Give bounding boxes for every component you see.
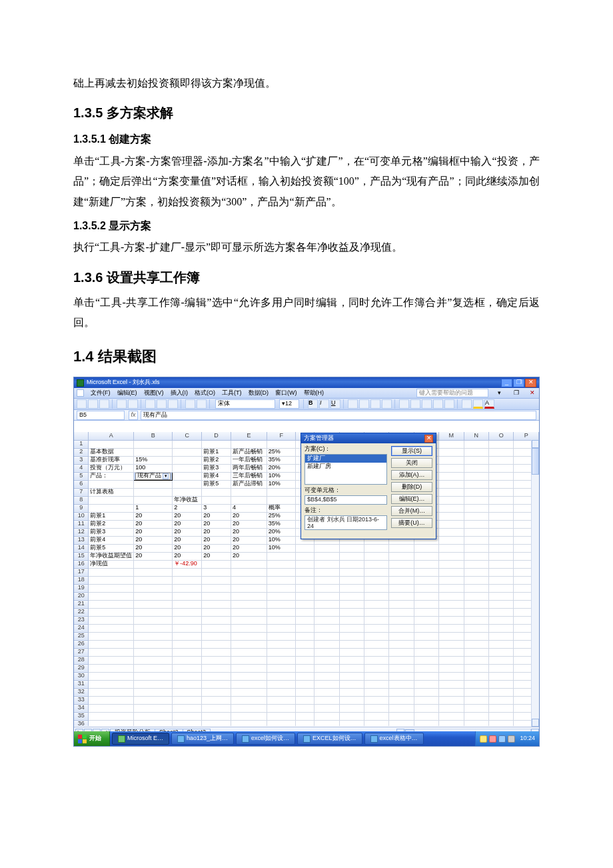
- cell-E13[interactable]: 20: [231, 536, 267, 544]
- cell-N16[interactable]: [464, 560, 488, 568]
- cell-D16[interactable]: [202, 560, 231, 568]
- cell-I14[interactable]: [339, 544, 364, 552]
- cell-F27[interactable]: [267, 648, 296, 656]
- cell-D27[interactable]: [202, 648, 231, 656]
- col-header-O[interactable]: O: [489, 432, 514, 440]
- cell-C3[interactable]: [173, 456, 202, 464]
- cell-D6[interactable]: 前景5: [202, 480, 231, 488]
- cell-G34[interactable]: [296, 704, 314, 712]
- cell-M34[interactable]: [439, 704, 464, 712]
- cell-E14[interactable]: 20: [231, 544, 267, 552]
- cell-D22[interactable]: [202, 608, 231, 616]
- cell-E33[interactable]: [231, 696, 267, 704]
- cell-K29[interactable]: [389, 664, 414, 672]
- cell-O36[interactable]: [489, 720, 514, 726]
- chevron-down-icon[interactable]: ▾: [163, 473, 169, 479]
- cell-C36[interactable]: [173, 720, 202, 726]
- cell-D9[interactable]: 3: [202, 504, 231, 512]
- cell-D19[interactable]: [202, 584, 231, 592]
- cell-F5[interactable]: 10%: [267, 472, 296, 480]
- cell-H33[interactable]: [314, 696, 339, 704]
- cell-N1[interactable]: [464, 440, 488, 448]
- cell-O33[interactable]: [489, 696, 514, 704]
- cell-O4[interactable]: [489, 464, 514, 472]
- cell-I17[interactable]: [339, 568, 364, 576]
- cell-B21[interactable]: [134, 600, 173, 608]
- cell-D26[interactable]: [202, 640, 231, 648]
- menu-edit[interactable]: 编辑(E): [117, 390, 137, 397]
- start-button[interactable]: 开始: [74, 731, 110, 746]
- cell-L28[interactable]: [414, 656, 438, 664]
- cell-F14[interactable]: 10%: [267, 544, 296, 552]
- cell-K17[interactable]: [389, 568, 414, 576]
- cell-B14[interactable]: 20: [134, 544, 173, 552]
- cell-N30[interactable]: [464, 672, 488, 680]
- cell-L21[interactable]: [414, 600, 438, 608]
- cell-F24[interactable]: [267, 624, 296, 632]
- cell-M32[interactable]: [439, 688, 464, 696]
- cell-N24[interactable]: [464, 624, 488, 632]
- cell-M20[interactable]: [439, 592, 464, 600]
- cell-D33[interactable]: [202, 696, 231, 704]
- cell-E29[interactable]: [231, 664, 267, 672]
- row-header-28[interactable]: 28: [74, 656, 89, 664]
- cell-N21[interactable]: [464, 600, 488, 608]
- cell-O3[interactable]: [489, 456, 514, 464]
- row-header-35[interactable]: 35: [74, 712, 89, 720]
- cell-O35[interactable]: [489, 712, 514, 720]
- cell-G19[interactable]: [296, 584, 314, 592]
- row-header-23[interactable]: 23: [74, 616, 89, 624]
- vertical-scrollbar[interactable]: [531, 440, 539, 727]
- cell-N32[interactable]: [464, 688, 488, 696]
- col-header-D[interactable]: D: [202, 432, 231, 440]
- cell-D21[interactable]: [202, 600, 231, 608]
- cell-A17[interactable]: [89, 568, 134, 576]
- cell-E23[interactable]: [231, 616, 267, 624]
- cell-N6[interactable]: [464, 480, 488, 488]
- cell-I31[interactable]: [339, 680, 364, 688]
- maximize-button[interactable]: ❐: [513, 379, 524, 387]
- cell-G22[interactable]: [296, 608, 314, 616]
- cell-A9[interactable]: [89, 504, 134, 512]
- cell-N36[interactable]: [464, 720, 488, 726]
- cell-C27[interactable]: [173, 648, 202, 656]
- cell-O6[interactable]: [489, 480, 514, 488]
- cell-B12[interactable]: 20: [134, 528, 173, 536]
- cell-B4[interactable]: 100: [134, 464, 173, 472]
- cell-K20[interactable]: [389, 592, 414, 600]
- cell-O14[interactable]: [489, 544, 514, 552]
- row-header-19[interactable]: 19: [74, 584, 89, 592]
- cell-K22[interactable]: [389, 608, 414, 616]
- row-header-17[interactable]: 17: [74, 568, 89, 576]
- cell-I30[interactable]: [339, 672, 364, 680]
- mdi-close-icon[interactable]: ✕: [530, 390, 536, 397]
- cell-J24[interactable]: [364, 624, 388, 632]
- cell-C21[interactable]: [173, 600, 202, 608]
- cell-G14[interactable]: [296, 544, 314, 552]
- tray-icon[interactable]: [498, 735, 506, 743]
- cell-B19[interactable]: [134, 584, 173, 592]
- cell-N2[interactable]: [464, 448, 488, 456]
- cell-M11[interactable]: [439, 520, 464, 528]
- cell-O21[interactable]: [489, 600, 514, 608]
- cell-J16[interactable]: [364, 560, 388, 568]
- cell-F3[interactable]: 35%: [267, 456, 296, 464]
- cell-D28[interactable]: [202, 656, 231, 664]
- col-header-F[interactable]: F: [267, 432, 296, 440]
- cell-C9[interactable]: 2: [173, 504, 202, 512]
- cell-C8[interactable]: 年净收益: [173, 496, 202, 504]
- row-header-25[interactable]: 25: [74, 632, 89, 640]
- bold-icon[interactable]: B: [308, 399, 318, 409]
- cell-A23[interactable]: [89, 616, 134, 624]
- cell-H32[interactable]: [314, 688, 339, 696]
- col-header-E[interactable]: E: [231, 432, 267, 440]
- row-header-8[interactable]: 8: [74, 496, 89, 504]
- cell-L14[interactable]: [414, 544, 438, 552]
- cell-A11[interactable]: 前景2: [89, 520, 134, 528]
- cell-G28[interactable]: [296, 656, 314, 664]
- col-header-N[interactable]: N: [464, 432, 488, 440]
- cell-O27[interactable]: [489, 648, 514, 656]
- cell-J21[interactable]: [364, 600, 388, 608]
- cell-N12[interactable]: [464, 528, 488, 536]
- font-size-select[interactable]: ▾ 12: [279, 399, 299, 409]
